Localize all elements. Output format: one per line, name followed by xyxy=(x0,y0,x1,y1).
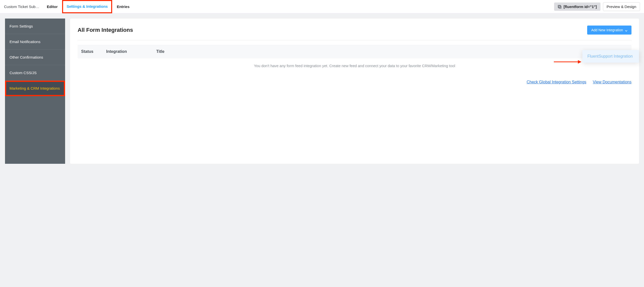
tab-entries[interactable]: Entries xyxy=(112,0,134,13)
column-title: Title xyxy=(156,49,628,54)
sidebar-item-email-notifications[interactable]: Email Notifications xyxy=(5,34,65,50)
add-new-integration-button[interactable]: Add New Integration xyxy=(587,26,631,35)
add-integration-dropdown: FluentSupport Integration xyxy=(582,50,639,63)
sidebar-item-custom-css-js[interactable]: Custom CSS/JS xyxy=(5,65,65,81)
tab-settings-integrations[interactable]: Settings & Integrations xyxy=(62,0,112,13)
link-global-integration-settings[interactable]: Check Global Integration Settings xyxy=(527,80,586,84)
copy-icon xyxy=(558,5,562,9)
add-button-label: Add New Integration xyxy=(591,28,623,32)
layout: Form Settings Email Notifications Other … xyxy=(0,14,644,169)
sidebar-item-other-confirmations[interactable]: Other Confirmations xyxy=(5,50,65,65)
dropdown-option-fluentsupport[interactable]: FluentSupport Integration xyxy=(582,50,639,63)
svg-rect-1 xyxy=(559,6,561,8)
shortcode-copy[interactable]: [fluentform id="1"] xyxy=(554,3,600,11)
main-panel: All Form Integrations Add New Integratio… xyxy=(70,19,639,164)
integrations-table-header: Status Integration Title xyxy=(78,45,631,58)
chevron-down-icon xyxy=(625,29,627,31)
bottom-links: Check Global Integration Settings View D… xyxy=(78,80,631,84)
main-header: All Form Integrations Add New Integratio… xyxy=(78,26,631,40)
topbar-left: Custom Ticket Sub… Editor Settings & Int… xyxy=(4,0,134,13)
topbar-right: [fluentform id="1"] Preview & Design xyxy=(554,2,640,11)
preview-design-button[interactable]: Preview & Design xyxy=(603,2,640,11)
settings-sidebar: Form Settings Email Notifications Other … xyxy=(5,19,65,164)
column-integration: Integration xyxy=(106,49,156,54)
sidebar-item-marketing-crm-integrations[interactable]: Marketing & CRM Integrations xyxy=(5,81,65,96)
link-view-documentations[interactable]: View Documentations xyxy=(593,80,631,84)
form-name: Custom Ticket Sub… xyxy=(4,5,42,9)
column-status: Status xyxy=(81,49,106,54)
top-nav: Editor Settings & Integrations Entries xyxy=(42,0,134,13)
tab-editor[interactable]: Editor xyxy=(42,0,62,13)
top-bar: Custom Ticket Sub… Editor Settings & Int… xyxy=(0,0,644,14)
sidebar-item-form-settings[interactable]: Form Settings xyxy=(5,19,65,34)
page-title: All Form Integrations xyxy=(78,27,133,33)
shortcode-text: [fluentform id="1"] xyxy=(564,5,597,9)
svg-rect-0 xyxy=(558,5,560,8)
empty-state-message: You don't have any form feed integration… xyxy=(78,63,631,69)
